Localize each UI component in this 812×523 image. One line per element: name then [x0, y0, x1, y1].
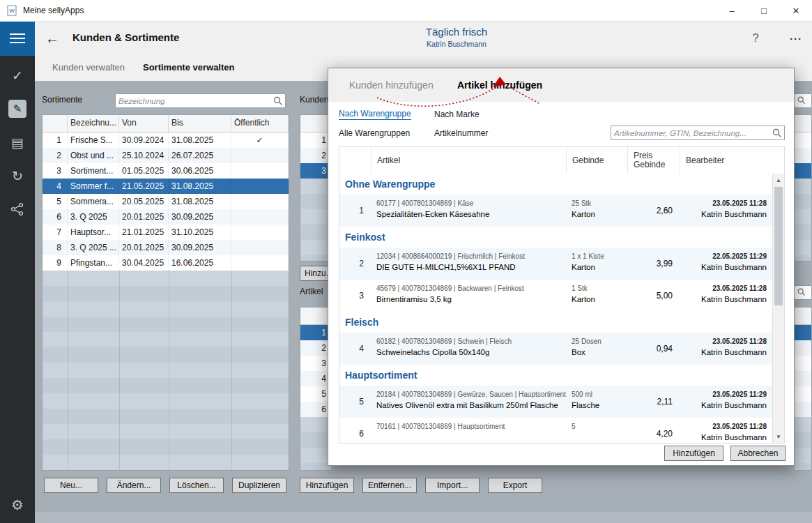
sortiment-row[interactable]: 83. Q 2025 ...20.01.202530.09.2025: [43, 240, 289, 255]
tab-sortimente-verwalten[interactable]: Sortimente verwalten: [143, 62, 235, 73]
dialog-tab-kunden-hinzufuegen[interactable]: Kunden hinzufügen: [349, 79, 434, 91]
dialog-item-row[interactable]: 460182 | 4007801304869 | Schwein | Fleis…: [339, 333, 772, 365]
artikel-import-button[interactable]: Import...: [425, 478, 480, 493]
col-bezeichnung[interactable]: Bezeichnu...: [68, 115, 119, 132]
minimize-icon[interactable]: –: [716, 0, 748, 21]
more-options-button[interactable]: ···: [782, 29, 810, 47]
scroll-down-icon[interactable]: ▼: [773, 431, 784, 442]
cell: 30.06.2025: [169, 163, 231, 179]
dialog-item-row[interactable]: 670161 | 4007801304869 | Hauptsortiment5…: [339, 418, 772, 443]
sortiment-row[interactable]: 2Obst und ...25.10.202426.07.2025: [43, 148, 289, 163]
sortiment-row[interactable]: 4Sommer f...21.05.202531.08.2025: [43, 179, 289, 194]
share-icon[interactable]: [0, 192, 35, 226]
item-bearbeiter-cell: 23.05.2025 11:28Katrin Buschmann: [680, 418, 772, 443]
kunden-row[interactable]: 2: [300, 148, 331, 163]
artikel-hinzufuegen-button[interactable]: Hinzufügen: [300, 478, 354, 493]
artikel-row[interactable]: 6: [300, 402, 331, 417]
duplizieren-button[interactable]: Duplizieren: [232, 478, 286, 493]
kunden-row[interactable]: 3: [300, 163, 331, 179]
item-qty: 25 Stk: [572, 199, 627, 208]
artikel-row[interactable]: 4: [300, 371, 331, 386]
loeschen-button[interactable]: Löschen...: [169, 478, 224, 493]
scrollbar-thumb[interactable]: [774, 187, 783, 305]
artikel-row[interactable]: 3: [300, 356, 331, 371]
dialog-item-row[interactable]: 160177 | 4007801304869 | KäseSpezialität…: [339, 195, 772, 227]
dialog-item-row[interactable]: 212034 | 4008664000219 | Frischmilch | F…: [339, 248, 772, 280]
warengruppen-filter[interactable]: Alle Warengruppen: [339, 128, 410, 138]
tasks-check-icon[interactable]: ✓: [0, 59, 35, 92]
sidebar: ✓ ✎ ▤ ↻ ⚙: [0, 56, 35, 523]
item-price: 4,20: [627, 418, 680, 443]
app-icon: W: [6, 5, 17, 16]
col-bearbeiter[interactable]: Bearbeiter: [680, 147, 785, 174]
cell: 4: [43, 179, 68, 194]
col-index: [339, 147, 371, 174]
artikel-row[interactable]: 5: [300, 386, 331, 402]
sortiment-row[interactable]: 3Sortiment...01.05.202530.06.2025: [43, 163, 289, 179]
item-number: 2: [339, 248, 371, 280]
aendern-button[interactable]: Ändern...: [107, 478, 161, 493]
maximize-icon[interactable]: □: [748, 0, 780, 21]
sortimente-icon[interactable]: ✎: [0, 92, 35, 126]
dialog-tab-artikel-hinzufuegen[interactable]: Artikel hinzufügen: [457, 79, 542, 91]
col-gebinde[interactable]: Gebinde: [566, 147, 627, 174]
item-unit: Box: [572, 346, 627, 359]
item-artikel-cell: 60177 | 4007801304869 | KäseSpezialitäte…: [371, 195, 566, 227]
artikel-row[interactable]: 1: [300, 325, 331, 340]
artikel-hinzufuegen-dialog: Kunden hinzufügen Artikel hinzufügen Nac…: [328, 68, 795, 466]
item-bearbeiter-cell: 23.05.2025 11:28Katrin Buschmann: [680, 333, 772, 365]
back-button[interactable]: ←: [42, 29, 63, 48]
item-gebinde-cell: 1 x 1 KisteKarton: [566, 248, 627, 280]
col-von[interactable]: Von: [119, 115, 169, 132]
kunden-row[interactable]: 1: [300, 132, 331, 148]
col-artikel[interactable]: Artikel: [371, 147, 566, 174]
artikelnummer-filter[interactable]: Artikelnummer: [434, 128, 488, 138]
filter-nach-marke[interactable]: Nach Marke: [434, 109, 480, 119]
dialog-hinzufuegen-button[interactable]: Hinzufügen: [664, 446, 723, 461]
item-bearbeiter-cell: 22.05.2025 11:29Katrin Buschmann: [680, 248, 772, 280]
cell: Sommera...: [68, 194, 119, 209]
sortiment-row[interactable]: 63. Q 202520.01.202530.09.2025: [43, 209, 289, 225]
search-icon: [797, 287, 806, 297]
sortiment-row[interactable]: 1Frische S...30.09.202431.08.2025✓: [43, 132, 289, 148]
col-oeffentlich[interactable]: Öffentlich: [231, 115, 289, 132]
item-editor: Katrin Buschmann: [680, 399, 767, 412]
item-gebinde-cell: 5: [566, 418, 627, 443]
item-meta: 12034 | 4008664000219 | Frischmilch | Fe…: [376, 252, 566, 261]
artikel-row[interactable]: 2: [300, 340, 331, 356]
sortiment-row[interactable]: 7Hauptsor...21.01.202531.10.2025: [43, 225, 289, 240]
col-preis-gebinde[interactable]: Preis Gebinde: [627, 147, 680, 174]
clipboard-icon[interactable]: ▤: [0, 126, 35, 159]
item-unit: Flasche: [572, 399, 627, 412]
tab-kunden-verwalten[interactable]: Kunden verwalten: [52, 62, 125, 73]
help-button[interactable]: ?: [746, 29, 765, 47]
cell: 21.01.2025: [119, 225, 169, 240]
artikel-entfernen-button[interactable]: Entfernen...: [362, 478, 417, 493]
scroll-up-icon[interactable]: ▲: [773, 174, 784, 185]
dialog-table-header: Artikel Gebinde Preis Gebinde Bearbeiter: [339, 147, 784, 174]
dialog-search-input[interactable]: [611, 129, 772, 137]
sortiment-row[interactable]: 9Pfingstan...30.04.202516.06.2025: [43, 255, 289, 271]
dialog-item-row[interactable]: 345679 | 4007801304869 | Backwaren | Fei…: [339, 280, 772, 312]
filter-nach-warengruppe[interactable]: Nach Warengruppe: [339, 109, 411, 120]
search-icon[interactable]: [772, 128, 783, 139]
dialog-abbrechen-button[interactable]: Abbrechen: [730, 446, 786, 461]
artikel-export-button[interactable]: Export: [488, 478, 542, 493]
user-name: Katrin Buschmann: [376, 39, 537, 49]
status-strip: [35, 512, 812, 523]
scrollbar[interactable]: ▲ ▼: [772, 174, 784, 443]
cell: 3. Q 2025 ...: [68, 240, 119, 255]
close-icon[interactable]: ✕: [780, 0, 812, 21]
kunden-hinzu-button[interactable]: Hinzu...: [300, 266, 331, 281]
sync-icon[interactable]: ↻: [0, 159, 35, 192]
cell: ✓: [231, 132, 289, 148]
hamburger-menu-icon[interactable]: [0, 21, 35, 56]
dialog-item-row[interactable]: 520184 | 4007801304869 | Gewürze, Saucen…: [339, 386, 772, 418]
settings-icon[interactable]: ⚙: [0, 491, 35, 519]
sortimente-search-input[interactable]: [116, 97, 273, 105]
artikel-label: Artikel: [300, 287, 323, 296]
search-icon[interactable]: [273, 96, 284, 107]
sortiment-row[interactable]: 5Sommera...20.05.202531.08.2025: [43, 194, 289, 209]
col-bis[interactable]: Bis: [169, 115, 231, 132]
neu-button[interactable]: Neu...: [44, 478, 98, 493]
